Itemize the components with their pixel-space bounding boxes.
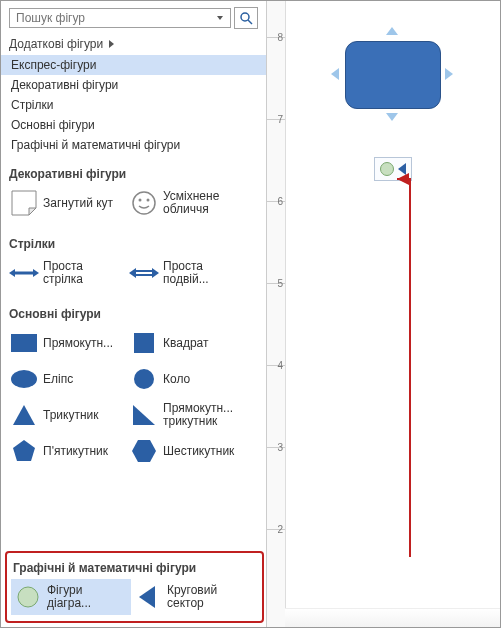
- autoconnect-arrow-left-icon[interactable]: [331, 68, 339, 80]
- shape-label: Проста подвій...: [163, 260, 245, 286]
- ruler-tick: 3: [277, 442, 283, 453]
- pie-sector-icon: [133, 583, 163, 611]
- autoconnect-arrow-right-icon[interactable]: [445, 68, 453, 80]
- shape-diagram-shapes[interactable]: Фігури діагра...: [11, 579, 131, 615]
- category-label: Основні фігури: [11, 118, 95, 132]
- shape-double-arrow[interactable]: Проста подвій...: [127, 255, 247, 291]
- pentagon-icon: [9, 437, 39, 465]
- svg-point-15: [134, 369, 154, 389]
- mini-circle-icon[interactable]: [380, 162, 394, 176]
- search-input[interactable]: [14, 10, 214, 26]
- shape-label: Коло: [163, 373, 190, 386]
- shape-label: Еліпс: [43, 373, 73, 386]
- shape-label: Проста стрілка: [43, 260, 125, 286]
- ruler-tick: 8: [277, 32, 283, 43]
- category-arrows[interactable]: Стрілки: [1, 95, 266, 115]
- search-icon: [239, 11, 253, 25]
- shape-rectangle[interactable]: Прямокутн...: [7, 325, 127, 361]
- smiley-icon: [129, 189, 159, 217]
- svg-marker-11: [152, 268, 159, 278]
- shape-triangle[interactable]: Трикутник: [7, 397, 127, 433]
- shape-label: Усміхнене обличчя: [163, 190, 245, 216]
- shape-grid: Проста стрілка Проста подвій...: [7, 255, 260, 291]
- svg-marker-19: [132, 440, 156, 462]
- shape-simple-arrow[interactable]: Проста стрілка: [7, 255, 127, 291]
- callout-highlight: Графічні й математичні фігури Фігури діа…: [5, 551, 264, 623]
- shape-label: Фігури діагра...: [47, 584, 129, 610]
- hexagon-icon: [129, 437, 159, 465]
- category-label: Графічні й математичні фігури: [11, 138, 180, 152]
- section-arrows: Стрілки Проста стрілка Проста подвій...: [7, 233, 260, 291]
- quick-shapes-popup[interactable]: [374, 157, 412, 181]
- shape-folded-corner[interactable]: Загнутий кут: [7, 185, 127, 221]
- rectangle-icon: [9, 329, 39, 357]
- shape-grid: Загнутий кут Усміхнене обличчя: [7, 185, 260, 221]
- svg-marker-6: [9, 269, 15, 277]
- shape-ellipse[interactable]: Еліпс: [7, 361, 127, 397]
- shapes-panel: Додаткові фігури Експрес-фігури Декорати…: [1, 1, 267, 627]
- more-shapes-label: Додаткові фігури: [9, 37, 103, 51]
- shape-label: Круговий сектор: [167, 584, 249, 610]
- shape-pentagon[interactable]: П'ятикутник: [7, 433, 127, 469]
- mini-sector-icon[interactable]: [398, 163, 406, 175]
- svg-rect-12: [11, 334, 37, 352]
- autoconnect-arrow-up-icon[interactable]: [386, 27, 398, 35]
- svg-marker-16: [13, 405, 35, 425]
- canvas-shape-rounded-rect[interactable]: [345, 41, 439, 107]
- shape-grid: Фігури діагра... Круговий сектор: [11, 579, 258, 615]
- svg-marker-18: [13, 440, 35, 461]
- svg-line-1: [248, 20, 252, 24]
- search-row: [9, 7, 258, 29]
- autoconnect-arrow-down-icon[interactable]: [386, 113, 398, 121]
- shape-grid: Прямокутн... Квадрат Еліпс Коло Трикутни…: [7, 325, 260, 469]
- chevron-down-icon[interactable]: [217, 16, 223, 20]
- category-math[interactable]: Графічні й математичні фігури: [1, 135, 266, 155]
- category-express[interactable]: Експрес-фігури: [1, 55, 266, 75]
- ruler-tick: 5: [277, 278, 283, 289]
- shape-label: Трикутник: [43, 409, 99, 422]
- section-title: Декоративні фігури: [9, 167, 258, 181]
- section-basic: Основні фігури Прямокутн... Квадрат Еліп…: [7, 303, 260, 469]
- category-basic[interactable]: Основні фігури: [1, 115, 266, 135]
- shape-right-triangle[interactable]: Прямокутн... трикутник: [127, 397, 247, 433]
- drawing-canvas[interactable]: [285, 1, 500, 627]
- folded-corner-icon: [9, 189, 39, 217]
- section-title: Графічні й математичні фігури: [13, 561, 256, 575]
- shape-smiley[interactable]: Усміхнене обличчя: [127, 185, 247, 221]
- category-list: Експрес-фігури Декоративні фігури Стрілк…: [1, 55, 266, 155]
- more-shapes-menu[interactable]: Додаткові фігури: [9, 37, 258, 51]
- svg-point-14: [11, 370, 37, 388]
- shape-label: П'ятикутник: [43, 445, 108, 458]
- svg-marker-7: [33, 269, 39, 277]
- ruler-tick: 4: [277, 360, 283, 371]
- svg-marker-10: [129, 268, 136, 278]
- shape-label: Загнутий кут: [43, 197, 113, 210]
- shape-hexagon[interactable]: Шестикутник: [127, 433, 247, 469]
- triangle-icon: [9, 401, 39, 429]
- shape-label: Квадрат: [163, 337, 209, 350]
- category-decorative[interactable]: Декоративні фігури: [1, 75, 266, 95]
- shape-circle[interactable]: Коло: [127, 361, 247, 397]
- shape-square[interactable]: Квадрат: [127, 325, 247, 361]
- shape-label: Прямокутн... трикутник: [163, 402, 245, 428]
- circle-icon: [129, 365, 159, 393]
- ruler-tick: 2: [277, 524, 283, 535]
- section-decorative: Декоративні фігури Загнутий кут Усміхнен…: [7, 163, 260, 221]
- shape-pie-sector[interactable]: Круговий сектор: [131, 579, 251, 615]
- vertical-ruler: 8 7 6 5 4 3 2: [267, 1, 286, 627]
- svg-point-3: [139, 199, 142, 202]
- right-triangle-icon: [129, 401, 159, 429]
- svg-rect-13: [134, 333, 154, 353]
- category-label: Декоративні фігури: [11, 78, 118, 92]
- svg-marker-17: [133, 405, 155, 425]
- search-button[interactable]: [234, 7, 258, 29]
- ellipse-icon: [9, 365, 39, 393]
- arrow-left-right-icon: [9, 259, 39, 287]
- arrow-double-icon: [129, 259, 159, 287]
- svg-point-0: [241, 13, 249, 21]
- diagram-circle-icon: [13, 583, 43, 611]
- canvas-bottom-edge: [285, 608, 500, 627]
- rounded-rectangle-icon: [345, 41, 441, 109]
- search-box[interactable]: [9, 8, 231, 28]
- shape-label: Прямокутн...: [43, 337, 113, 350]
